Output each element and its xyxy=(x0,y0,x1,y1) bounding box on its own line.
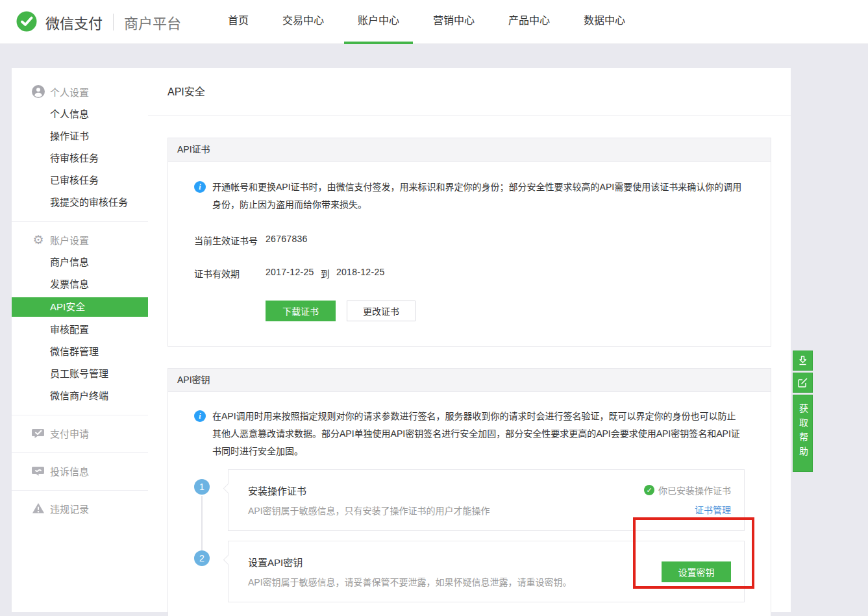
top-header: 微信支付 商户平台 首页 交易中心 账户中心 营销中心 产品中心 数据中心 xyxy=(0,0,868,44)
step-1-box: 安装操作证书 API密钥属于敏感信息，只有安装了操作证书的用户才能操作 ✓ 你已… xyxy=(228,469,745,531)
sidebar-section-label: 违规记录 xyxy=(50,502,89,515)
download-tool-button[interactable] xyxy=(793,351,813,371)
nav-tab-data-center[interactable]: 数据中心 xyxy=(570,0,639,44)
step-1-title: 安装操作证书 xyxy=(248,484,490,497)
sidebar-item-wechat-group[interactable]: 微信群管理 xyxy=(12,341,148,363)
sidebar-item-personal-info[interactable]: 个人信息 xyxy=(12,103,148,125)
cert-valid-from: 2017-12-25 xyxy=(266,267,314,280)
sidebar-item-api-security[interactable]: API安全 xyxy=(12,297,148,317)
step-2-title: 设置API密钥 xyxy=(248,555,572,569)
wechat-pay-logo-icon xyxy=(14,10,39,34)
sidebar-section-violation-record[interactable]: 违规记录 xyxy=(12,497,148,520)
sidebar-item-merchant-terminal[interactable]: 微信商户终端 xyxy=(12,385,148,407)
step-1-desc: API密钥属于敏感信息，只有安装了操作证书的用户才能操作 xyxy=(248,504,490,517)
sidebar-section-personal-settings[interactable]: 个人设置 xyxy=(12,80,148,103)
sidebar-group-account: ⚙ 账户设置 商户信息 发票信息 API安全 审核配置 微信群管理 员工账号管理… xyxy=(12,222,148,415)
cert-manage-link[interactable]: 证书管理 xyxy=(695,503,731,516)
cert-buttons-row: 下载证书 更改证书 xyxy=(194,301,745,321)
cert-installed-status-text: 你已安装操作证书 xyxy=(658,484,731,497)
sidebar-item-reviewed[interactable]: 已审核任务 xyxy=(12,169,148,191)
main-panel: API安全 API证书 i 开通帐号和更换API证书时，由微信支付签发，用来标识… xyxy=(148,68,791,612)
api-cert-card-body: i 开通帐号和更换API证书时，由微信支付签发，用来标识和界定你的身份；部分安全… xyxy=(168,162,771,346)
cert-number-label: 当前生效证书号 xyxy=(194,234,266,247)
floating-tools: 获取帮助 xyxy=(793,351,813,472)
gear-icon: ⚙ xyxy=(32,233,45,246)
get-help-button[interactable]: 获取帮助 xyxy=(793,395,813,472)
sidebar-item-staff-account[interactable]: 员工账号管理 xyxy=(12,363,148,385)
nav-tab-account-center[interactable]: 账户中心 xyxy=(344,0,413,44)
chat-check-icon xyxy=(32,426,45,439)
sidebar-section-payment-apply[interactable]: 支付申请 xyxy=(12,421,148,445)
sidebar-item-merchant-info[interactable]: 商户信息 xyxy=(12,251,148,273)
main-nav: 首页 交易中心 账户中心 营销中心 产品中心 数据中心 xyxy=(214,0,639,44)
cert-installed-status: ✓ 你已安装操作证书 xyxy=(644,484,731,497)
step-connector-line xyxy=(201,496,203,554)
sidebar-section-label: 投诉信息 xyxy=(50,464,89,478)
step-2-box: 设置API密钥 API密钥属于敏感信息，请妥善保管不要泄露，如果怀疑信息泄露，请… xyxy=(228,541,745,602)
logo[interactable]: 微信支付 商户平台 xyxy=(14,0,181,44)
sidebar-section-account-settings[interactable]: ⚙ 账户设置 xyxy=(12,228,148,251)
step-2-badge: 2 xyxy=(194,550,210,566)
success-check-icon: ✓ xyxy=(644,485,654,495)
api-key-info-text: 在API调用时用来按照指定规则对你的请求参数进行签名，服务器收到你的请求时会进行… xyxy=(212,408,745,460)
step-1: 1 安装操作证书 API密钥属于敏感信息，只有安装了操作证书的用户才能操作 ✓ … xyxy=(194,469,745,531)
step-1-badge: 1 xyxy=(194,479,210,495)
step-2-desc: API密钥属于敏感信息，请妥善保管不要泄露，如果怀疑信息泄露，请重设密钥。 xyxy=(248,575,572,588)
page-content: API证书 i 开通帐号和更换API证书时，由微信支付签发，用来标识和界定你的身… xyxy=(148,116,791,616)
download-cert-button[interactable]: 下载证书 xyxy=(266,301,336,321)
sidebar-item-review-config[interactable]: 审核配置 xyxy=(12,319,148,341)
feedback-tool-button[interactable] xyxy=(793,373,813,393)
sidebar-section-label: 账户设置 xyxy=(50,233,89,247)
warning-triangle-icon xyxy=(32,502,45,515)
step-1-status-area: ✓ 你已安装操作证书 证书管理 xyxy=(644,484,731,517)
info-icon: i xyxy=(194,410,206,422)
sidebar-section-label: 个人设置 xyxy=(50,85,89,99)
sidebar-group-complaint: 投诉信息 xyxy=(12,453,148,491)
sidebar-group-violation: 违规记录 xyxy=(12,491,148,528)
cert-validity-row: 证书有效期 2017-12-25 到 2018-12-25 xyxy=(194,267,745,280)
brand-name: 微信支付 xyxy=(45,12,103,32)
cert-number-row: 当前生效证书号 26767836 xyxy=(194,234,745,247)
api-cert-card-title: API证书 xyxy=(168,138,771,162)
nav-tab-transactions[interactable]: 交易中心 xyxy=(269,0,338,44)
sidebar-group-payment: 支付申请 xyxy=(12,415,148,453)
nav-tab-marketing[interactable]: 营销中心 xyxy=(419,0,488,44)
sidebar-section-label: 支付申请 xyxy=(50,426,89,440)
sidebar: 个人设置 个人信息 操作证书 待审核任务 已审核任务 我提交的审核任务 ⚙ 账户… xyxy=(12,68,148,612)
change-cert-button[interactable]: 更改证书 xyxy=(347,301,415,321)
sidebar-item-operation-cert[interactable]: 操作证书 xyxy=(12,125,148,147)
api-key-card-title: API密钥 xyxy=(168,369,771,392)
sidebar-item-my-submitted-review[interactable]: 我提交的审核任务 xyxy=(12,191,148,214)
product-name: 商户平台 xyxy=(124,12,181,32)
nav-tab-products[interactable]: 产品中心 xyxy=(495,0,564,44)
get-help-label: 获取帮助 xyxy=(793,404,812,461)
api-cert-info-text: 开通帐号和更换API证书时，由微信支付签发，用来标识和界定你的身份；部分安全性要… xyxy=(212,179,745,214)
cert-validity-label: 证书有效期 xyxy=(194,267,266,280)
step-2: 2 设置API密钥 API密钥属于敏感信息，请妥善保管不要泄露，如果怀疑信息泄露… xyxy=(194,541,745,602)
info-icon: i xyxy=(194,181,206,193)
edit-icon xyxy=(797,377,808,388)
cert-valid-to: 2018-12-25 xyxy=(336,267,385,280)
set-api-key-button[interactable]: 设置密钥 xyxy=(662,561,731,582)
cert-number-value: 26767836 xyxy=(266,234,308,247)
api-cert-info: i 开通帐号和更换API证书时，由微信支付签发，用来标识和界定你的身份；部分安全… xyxy=(194,179,745,214)
sidebar-section-complaint-info[interactable]: 投诉信息 xyxy=(12,459,148,482)
download-icon xyxy=(797,355,808,366)
page-title: API安全 xyxy=(148,68,791,116)
cert-valid-join: 到 xyxy=(321,267,330,280)
logo-divider xyxy=(113,14,114,31)
step-2-action-area: 设置密钥 xyxy=(662,555,731,588)
api-key-steps: 1 安装操作证书 API密钥属于敏感信息，只有安装了操作证书的用户才能操作 ✓ … xyxy=(194,469,745,602)
chat-bubble-icon xyxy=(32,464,45,477)
step-1-text: 安装操作证书 API密钥属于敏感信息，只有安装了操作证书的用户才能操作 xyxy=(248,484,490,517)
api-cert-card: API证书 i 开通帐号和更换API证书时，由微信支付签发，用来标识和界定你的身… xyxy=(167,138,771,347)
api-key-info: i 在API调用时用来按照指定规则对你的请求参数进行签名，服务器收到你的请求时会… xyxy=(194,408,745,460)
nav-tab-home[interactable]: 首页 xyxy=(214,0,262,44)
api-key-card-body: i 在API调用时用来按照指定规则对你的请求参数进行签名，服务器收到你的请求时会… xyxy=(168,392,771,616)
api-key-card: API密钥 i 在API调用时用来按照指定规则对你的请求参数进行签名，服务器收到… xyxy=(167,368,771,616)
sidebar-item-pending-review[interactable]: 待审核任务 xyxy=(12,147,148,169)
sidebar-group-personal: 个人设置 个人信息 操作证书 待审核任务 已审核任务 我提交的审核任务 xyxy=(12,68,148,222)
sidebar-item-invoice-info[interactable]: 发票信息 xyxy=(12,273,148,295)
step-2-text: 设置API密钥 API密钥属于敏感信息，请妥善保管不要泄露，如果怀疑信息泄露，请… xyxy=(248,555,572,588)
user-icon xyxy=(32,85,45,98)
